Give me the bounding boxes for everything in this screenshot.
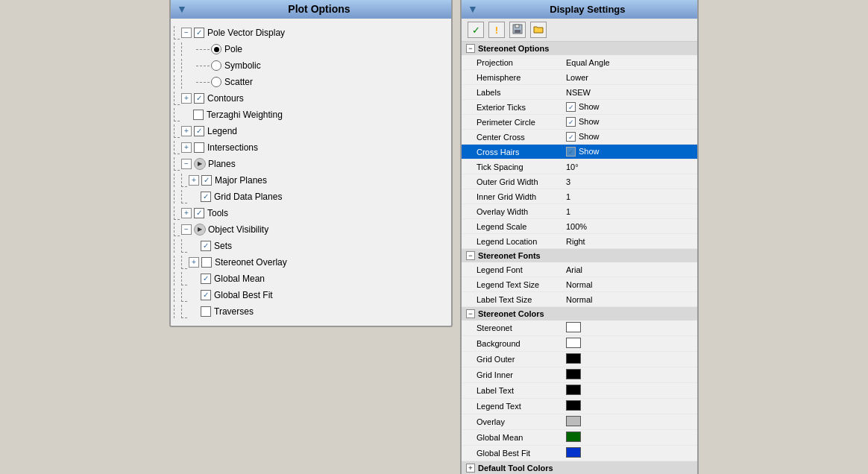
legend-checkbox[interactable] [194,126,204,136]
intersections-expand[interactable]: + [181,142,192,153]
fonts-collapse-icon[interactable]: − [466,251,475,260]
pole-radio[interactable] [211,44,221,54]
projection-value: Equal Angle [566,58,693,67]
colors-collapse-icon[interactable]: − [466,309,475,318]
legend-expand[interactable]: + [181,126,192,136]
stereonet-options-section[interactable]: − Stereonet Options [462,42,697,55]
overlay-color-row[interactable]: Overlay [462,414,697,430]
traverses-checkbox[interactable] [201,306,211,317]
object-vis-arrow-icon: ▶ [194,224,206,236]
list-item: + Contours [174,90,448,107]
label-text-color-swatch[interactable] [566,385,581,395]
global-best-fit-color-row[interactable]: Global Best Fit [462,446,697,461]
scatter-radio[interactable] [211,77,221,87]
legend-text-size-row[interactable]: Legend Text Size Normal [462,277,697,292]
legend-text-color-swatch[interactable] [566,400,581,411]
legend-text-size-value: Normal [566,280,693,289]
perimeter-circle-checkbox[interactable] [566,117,576,127]
exterior-ticks-row[interactable]: Exterior Ticks Show [462,100,697,115]
save-button[interactable] [509,22,526,38]
overlay-width-row[interactable]: Overlay Width 1 [462,204,697,219]
overlay-color-label: Overlay [477,417,566,426]
stereonet-options-label: Stereonet Options [478,44,549,53]
stereonet-overlay-checkbox[interactable] [201,257,212,268]
overlay-width-label: Overlay Width [477,207,566,216]
cross-hairs-row[interactable]: Cross Hairs Show [462,145,697,159]
list-item: + Legend [174,123,448,139]
background-color-row[interactable]: Background [462,336,697,352]
exclaim-button[interactable]: ! [488,22,505,38]
overlay-color-swatch[interactable] [566,416,581,426]
section-collapse-icon[interactable]: − [466,44,475,53]
center-cross-row[interactable]: Center Cross Show [462,130,697,145]
stereonet-overlay-expand[interactable]: + [189,257,199,268]
scatter-label: Scatter [224,75,253,89]
sets-checkbox[interactable] [201,241,211,251]
checkmark-button[interactable]: ✓ [468,22,484,38]
tools-expand[interactable]: + [181,208,192,218]
stereonet-color-swatch[interactable] [566,322,581,332]
tools-label: Tools [207,206,228,220]
global-best-fit-color-swatch[interactable] [566,447,581,458]
label-text-size-row[interactable]: Label Text Size Normal [462,292,697,307]
pole-vector-checkbox[interactable] [194,28,204,38]
outer-grid-width-value: 3 [566,177,693,186]
cross-hairs-checkbox[interactable] [566,147,576,157]
inner-grid-width-row[interactable]: Inner Grid Width 1 [462,189,697,204]
tools-checkbox[interactable] [194,208,204,218]
tick-spacing-row[interactable]: Tick Spacing 10° [462,159,697,174]
global-mean-color-value [566,432,693,443]
global-mean-color-swatch[interactable] [566,432,581,442]
planes-arrow-icon: ▶ [194,158,206,170]
list-item: Symbolic [174,57,448,74]
exterior-ticks-checkbox[interactable] [566,102,576,112]
tick-spacing-label: Tick Spacing [477,162,566,171]
legend-text-color-row[interactable]: Legend Text [462,399,697,414]
folder-button[interactable] [530,22,547,38]
list-item: Grid Data Planes [174,189,448,205]
grid-data-planes-checkbox[interactable] [201,192,211,202]
grid-outer-color-row[interactable]: Grid Outer [462,352,697,367]
legend-scale-row[interactable]: Legend Scale 100% [462,219,697,234]
symbolic-radio[interactable] [211,60,221,71]
legend-font-row[interactable]: Legend Font Arial [462,262,697,277]
display-settings-title: Display Settings [484,4,691,15]
contours-expand[interactable]: + [181,93,192,104]
label-text-color-row[interactable]: Label Text [462,383,697,399]
global-mean-checkbox[interactable] [201,274,211,284]
outer-grid-width-row[interactable]: Outer Grid Width 3 [462,174,697,189]
tool-colors-collapse-icon[interactable]: + [466,464,475,473]
collapse-button[interactable]: − [181,28,192,38]
grid-outer-color-swatch[interactable] [566,353,581,364]
intersections-checkbox[interactable] [194,142,204,153]
folder-icon [533,25,544,35]
perimeter-circle-row[interactable]: Perimeter Circle Show [462,115,697,130]
object-vis-collapse[interactable]: − [181,224,192,235]
grid-inner-color-swatch[interactable] [566,369,581,379]
hemisphere-row[interactable]: Hemisphere Lower [462,70,697,85]
labels-row[interactable]: Labels NSEW [462,85,697,100]
label-text-size-label: Label Text Size [477,295,566,304]
planes-collapse[interactable]: − [181,159,192,169]
ds-header-arrow-icon: ▼ [468,3,478,15]
contours-checkbox[interactable] [194,93,204,104]
center-cross-checkbox[interactable] [566,132,576,142]
stereonet-fonts-section[interactable]: − Stereonet Fonts [462,249,697,262]
background-color-swatch[interactable] [566,338,581,348]
list-item: Global Mean [174,271,448,287]
stereonet-colors-section[interactable]: − Stereonet Colors [462,307,697,320]
global-best-fit-checkbox[interactable] [201,290,211,300]
list-item: + Major Planes [174,172,448,189]
legend-location-row[interactable]: Legend Location Right [462,234,697,249]
default-tool-colors-section[interactable]: + Default Tool Colors [462,461,697,474]
major-planes-expand[interactable]: + [189,175,199,186]
planes-label: Planes [208,157,236,171]
global-mean-color-row[interactable]: Global Mean [462,430,697,446]
legend-text-size-label: Legend Text Size [477,280,566,289]
global-best-fit-color-label: Global Best Fit [477,449,566,458]
terzaghi-checkbox[interactable] [193,110,204,120]
grid-inner-color-row[interactable]: Grid Inner [462,367,697,383]
stereonet-color-row[interactable]: Stereonet [462,320,697,336]
major-planes-checkbox[interactable] [201,175,212,186]
projection-row[interactable]: Projection Equal Angle [462,55,697,70]
